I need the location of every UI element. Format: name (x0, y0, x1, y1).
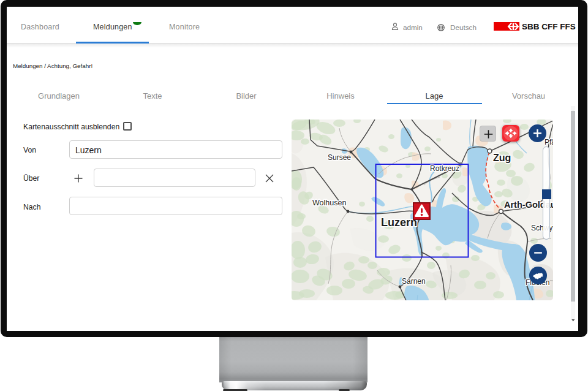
svg-text:Luzern: Luzern (381, 216, 417, 229)
svg-text:Sarnen: Sarnen (402, 277, 426, 286)
svg-text:Wolhusen: Wolhusen (312, 199, 346, 207)
svg-text:Sursee: Sursee (328, 153, 351, 162)
svg-text:Rotkreuz: Rotkreuz (430, 164, 459, 173)
svg-text:Zug: Zug (493, 153, 511, 163)
